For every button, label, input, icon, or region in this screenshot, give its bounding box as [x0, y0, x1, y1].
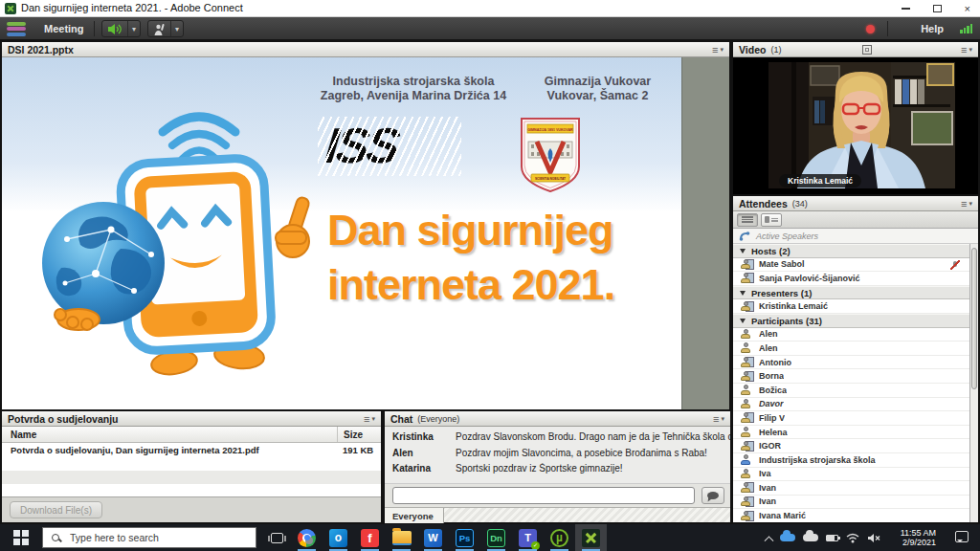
task-view-button[interactable] — [264, 524, 290, 551]
attendee-row[interactable]: Ivana Marić — [733, 509, 969, 522]
attendee-name: Helena — [759, 428, 788, 437]
speaker-dropdown[interactable]: ▾ — [127, 21, 140, 36]
speaker-button[interactable]: ▾ — [101, 20, 141, 37]
tray-expand-icon[interactable] — [765, 536, 774, 545]
file-row[interactable]: Potvrda o sudjelovanju, Dan sigurnijeg i… — [2, 443, 381, 457]
send-message-button[interactable] — [702, 487, 724, 504]
attendee-row[interactable]: Mate Sabol — [733, 258, 969, 273]
chat-input[interactable] — [392, 487, 695, 504]
attendee-row[interactable]: Industrijska strojarska škola — [733, 453, 969, 468]
pod-resize-icon[interactable] — [862, 45, 872, 55]
speech-bubble-icon — [707, 492, 719, 499]
cloud-sync-icon[interactable] — [803, 534, 818, 541]
onedrive-icon[interactable] — [780, 534, 795, 541]
list-view-button[interactable] — [737, 213, 758, 227]
photoshop-icon[interactable]: Ps — [449, 524, 480, 551]
meeting-menubar: Meeting ▾ ▾ Help — [0, 17, 980, 40]
attendee-name: Alen — [759, 329, 778, 339]
meeting-menu[interactable]: Meeting — [44, 17, 84, 40]
download-files-button[interactable]: Download File(s) — [10, 501, 102, 518]
help-menu[interactable]: Help — [921, 17, 944, 40]
pod-menu-icon[interactable]: ≡ — [961, 199, 972, 209]
active-speakers-row: Active Speakers — [733, 229, 978, 244]
video-count: (1) — [770, 45, 781, 55]
taskbar-search[interactable] — [42, 527, 256, 548]
teams-icon[interactable]: T — [512, 524, 544, 551]
word-icon[interactable]: W — [417, 524, 449, 551]
attendee-name: Božica — [759, 386, 787, 395]
tab-everyone[interactable]: Everyone — [385, 508, 444, 523]
attendee-row[interactable]: Helena — [733, 426, 969, 440]
pod-menu-icon[interactable]: ≡ — [712, 45, 724, 55]
attendee-row[interactable]: Božica — [733, 384, 969, 398]
attendee-row[interactable]: Iva — [733, 468, 969, 482]
close-button[interactable]: × — [965, 0, 970, 17]
system-tray — [766, 524, 880, 551]
chat-pod-title: Chat — [390, 413, 412, 425]
collapse-triangle-icon — [740, 249, 746, 253]
attendee-row[interactable]: Davor — [733, 398, 969, 412]
adobe-connect-window: Dan sigurnijeg interneta 2021. - Adobe C… — [0, 0, 980, 551]
volume-muted-icon[interactable] — [867, 533, 880, 543]
attendee-name: Filip V — [759, 413, 785, 423]
start-button[interactable] — [0, 524, 42, 551]
raise-hand-dropdown[interactable]: ▾ — [170, 21, 183, 36]
attendee-row[interactable]: Borna — [733, 369, 969, 384]
column-name[interactable]: Name — [2, 430, 337, 440]
action-center-icon[interactable] — [955, 531, 969, 542]
attendee-row[interactable]: Kristinka Lemaić — [733, 299, 969, 314]
attendee-avatar-icon — [740, 412, 752, 423]
scrollbar-thumb[interactable] — [971, 248, 977, 389]
pod-menu-icon[interactable]: ≡ — [713, 414, 724, 424]
chat-message-text: Sportski pozdrav iz Športske gimnazije! — [456, 463, 623, 474]
attendee-avatar-icon — [740, 482, 752, 493]
chrome-icon[interactable] — [291, 524, 323, 551]
attendee-row[interactable]: Filip V — [733, 411, 969, 426]
attendees-scrollbar[interactable] — [969, 244, 978, 522]
attendee-avatar-icon — [740, 273, 752, 283]
video-pod-title: Video — [739, 44, 766, 55]
windows-logo-icon — [13, 530, 29, 545]
globe — [42, 202, 165, 324]
adobe-connect-icon[interactable] — [575, 524, 607, 551]
search-input[interactable] — [68, 531, 231, 544]
window-title: Dan sigurnijeg interneta 2021. - Adobe C… — [21, 2, 243, 13]
attendee-group-header[interactable]: Presenters (1) — [733, 286, 969, 300]
utorrent-icon[interactable]: µ — [544, 524, 575, 551]
attendee-group-header[interactable]: Participants (31) — [733, 314, 969, 328]
pod-menu-icon[interactable]: ≡ — [961, 45, 972, 55]
attendee-row[interactable]: Alen — [733, 328, 969, 342]
dimension-icon[interactable]: Dn — [480, 524, 512, 551]
attendee-row[interactable]: Alen — [733, 342, 969, 356]
maximize-button[interactable] — [933, 5, 942, 12]
attendee-list: Hosts (2)Mate SabolSanja Pavlović-Šijano… — [733, 244, 969, 522]
menu-separator — [887, 21, 888, 36]
attendee-row[interactable]: Sanja Pavlović-Šijanović — [733, 272, 969, 286]
wifi-icon[interactable] — [846, 533, 859, 543]
raise-hand-button[interactable]: ▾ — [147, 20, 184, 37]
attendee-group-header[interactable]: Hosts (2) — [733, 244, 969, 258]
outlook-icon[interactable]: o — [323, 524, 354, 551]
facebook-icon[interactable]: f — [354, 524, 386, 551]
pod-menu-icon[interactable]: ≡ — [364, 414, 375, 424]
taskbar-clock[interactable]: 11:55 AM 2/9/2021 — [901, 528, 936, 548]
list-view-icon — [742, 215, 753, 224]
mascot-holding-hand — [55, 309, 100, 330]
share-pod: DSI 2021.pptx ≡ Industrijska strojarska … — [2, 42, 729, 409]
chat-message: KatarinaSportski pozdrav iz Športske gim… — [392, 463, 730, 474]
attendee-avatar-icon — [740, 329, 752, 340]
attendee-avatar-icon — [740, 511, 752, 521]
file-explorer-icon[interactable] — [386, 524, 417, 551]
attendee-row[interactable]: Ivan — [733, 481, 969, 496]
file-size: 191 KB — [337, 445, 381, 455]
attendee-row[interactable]: Ivan — [733, 496, 969, 510]
file-explorer-glyph — [392, 531, 412, 545]
status-view-button[interactable] — [761, 213, 782, 227]
column-size[interactable]: Size — [337, 427, 381, 442]
battery-icon[interactable] — [826, 535, 838, 541]
attendee-name: Alen — [759, 343, 778, 353]
attendee-row[interactable]: Antonio — [733, 356, 969, 370]
minimize-button[interactable] — [902, 8, 910, 10]
attendee-row[interactable]: IGOR — [733, 439, 969, 453]
webcam-video: Kristinka Lemaić — [733, 57, 978, 194]
